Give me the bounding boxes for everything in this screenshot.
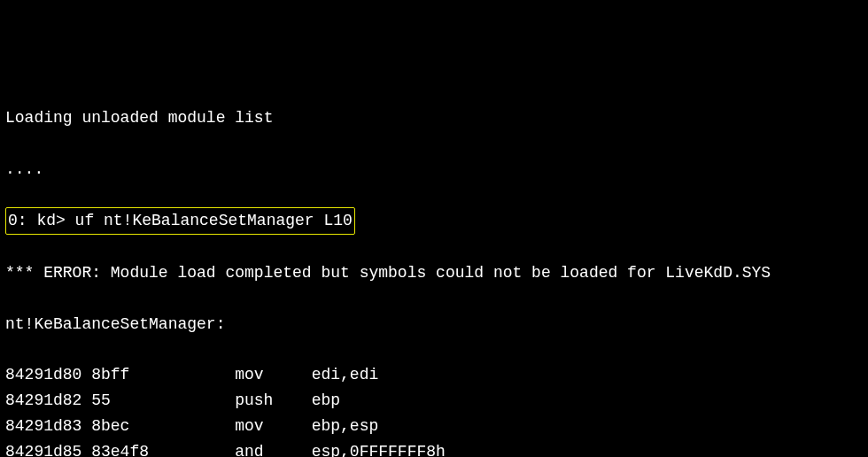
- opcode-bytes: 8bec: [91, 414, 235, 439]
- address: 84291d82: [5, 388, 91, 414]
- mnemonic: mov: [235, 414, 311, 439]
- error-line: *** ERROR: Module load completed but sym…: [5, 260, 863, 286]
- disasm-row: 84291d808bffmovedi,edi: [5, 362, 863, 388]
- disasm-row: 84291d8583e4f8andesp,0FFFFFFF8h: [5, 439, 863, 457]
- address: 84291d85: [5, 439, 91, 457]
- address: 84291d83: [5, 414, 91, 439]
- operands: ebp,esp: [312, 417, 379, 435]
- disassembly-listing: 84291d808bffmovedi,edi84291d8255pushebp8…: [5, 362, 863, 457]
- mnemonic: mov: [235, 362, 311, 388]
- operands: ebp: [312, 391, 340, 409]
- opcode-bytes: 83e4f8: [91, 439, 235, 457]
- symbol-header: nt!KeBalanceSetManager:: [5, 312, 863, 337]
- prompt-line[interactable]: 0: kd> uf nt!KeBalanceSetManager L10: [5, 207, 863, 235]
- address: 84291d80: [5, 362, 91, 388]
- dots-text: ....: [5, 157, 863, 182]
- loading-text: Loading unloaded module list: [5, 105, 863, 131]
- opcode-bytes: 8bff: [91, 362, 235, 388]
- operands: edi,edi: [312, 366, 379, 383]
- opcode-bytes: 55: [91, 388, 235, 414]
- disasm-row: 84291d8255pushebp: [5, 388, 863, 414]
- disasm-row: 84291d838becmovebp,esp: [5, 414, 863, 439]
- mnemonic: and: [235, 439, 311, 457]
- mnemonic: push: [235, 388, 311, 414]
- command-prompt: 0: kd> uf nt!KeBalanceSetManager L10: [5, 207, 355, 235]
- operands: esp,0FFFFFFF8h: [312, 443, 446, 457]
